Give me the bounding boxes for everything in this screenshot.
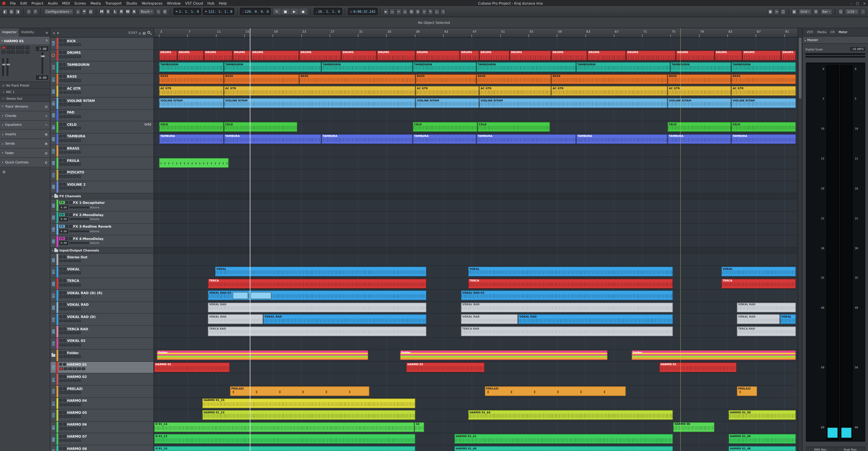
clip-drums[interactable]: DRUMS xyxy=(742,50,781,60)
track-mini-button[interactable] xyxy=(68,379,72,382)
more-options-icon[interactable]: ⋮ xyxy=(860,8,866,15)
clip-vokal-rad[interactable]: VOKAL RAD xyxy=(263,314,426,325)
track-mini-button[interactable] xyxy=(68,367,72,370)
track-mini-button[interactable] xyxy=(82,367,85,370)
track-mini-button[interactable] xyxy=(77,356,81,358)
track-mini-button[interactable] xyxy=(72,379,76,382)
left-zone-toggle-icon[interactable]: ◧ xyxy=(2,8,8,15)
track-mini-button[interactable] xyxy=(59,115,63,118)
mute-button[interactable] xyxy=(59,351,62,354)
track-mini-button[interactable] xyxy=(77,295,81,298)
track-mini-button[interactable] xyxy=(68,343,72,346)
lane-kick[interactable] xyxy=(154,38,798,50)
solo-defeat-button[interactable]: S xyxy=(105,8,111,15)
track-row-tambourin[interactable]: TAMBOURIN xyxy=(50,61,153,74)
track-mini-button[interactable] xyxy=(64,343,67,346)
right-zone-toggle-icon[interactable]: ◨ xyxy=(15,8,21,15)
track-mini-button[interactable] xyxy=(72,79,76,82)
clip-tambourin[interactable]: TAMBOURIN xyxy=(159,62,224,72)
history-icon[interactable]: ↺ xyxy=(32,8,38,15)
track-mini-button[interactable] xyxy=(77,272,81,275)
clip-harmo-01-40[interactable]: HARMO 01_40 xyxy=(454,446,673,451)
glue-tool[interactable]: ⊔ xyxy=(402,8,408,15)
menu-item-file[interactable]: File xyxy=(8,0,18,6)
inspector-section-track-versions[interactable]: ▸Track Versions▤ xyxy=(0,102,50,111)
track-mini-button[interactable] xyxy=(77,103,81,106)
record-arm-button[interactable] xyxy=(59,367,63,370)
solo-button[interactable] xyxy=(63,159,66,161)
track-mini-button[interactable] xyxy=(77,331,81,334)
track-mini-button[interactable] xyxy=(77,439,81,442)
track-row-vokal-rad[interactable]: VOKAL RAD xyxy=(50,302,153,314)
clip-terca[interactable]: TERCA xyxy=(721,279,796,288)
solo-button[interactable] xyxy=(63,99,66,102)
solo-button[interactable] xyxy=(63,447,66,450)
track-row-vokal[interactable]: VOKAL xyxy=(50,266,153,278)
inspector-routing-mic-1[interactable]: →MIC 1 xyxy=(0,89,50,95)
clip-14[interactable]: 14 xyxy=(414,422,424,432)
lane-input-output-channels[interactable] xyxy=(154,248,798,254)
solo-button[interactable] xyxy=(63,267,66,270)
track-mini-button[interactable] xyxy=(77,91,81,94)
mute-button[interactable] xyxy=(59,39,62,42)
solo-button[interactable] xyxy=(69,201,72,204)
track-mini-button[interactable] xyxy=(68,356,72,358)
mute-button[interactable] xyxy=(59,111,62,113)
clip-terca-rad[interactable]: TERCA RAD xyxy=(737,327,796,336)
solo-button[interactable] xyxy=(69,225,72,228)
mute-button[interactable] xyxy=(59,315,62,318)
clip-vokal-rad[interactable]: VOKAL RAD xyxy=(208,302,427,312)
track-row-violine-2[interactable]: VIOLINE 2 xyxy=(50,181,153,193)
track-mini-button[interactable] xyxy=(64,67,67,70)
track-row-ac-gtr[interactable]: AC GTR xyxy=(50,86,153,97)
clip-vokal-rad[interactable]: VOKAL RAD xyxy=(461,302,673,312)
mute-button[interactable] xyxy=(59,51,62,54)
clip-drums[interactable]: DRUMS xyxy=(204,50,233,60)
clip-frula[interactable] xyxy=(159,158,229,168)
track-mini-button[interactable] xyxy=(72,331,76,334)
track-row-pizicato[interactable]: PIZICATO xyxy=(50,169,153,181)
inspector-menu-icon[interactable]: ≡ xyxy=(44,30,50,34)
position-display[interactable]: ♩16. 1. 1. 0 xyxy=(313,8,342,15)
clip-celo[interactable]: CELO xyxy=(731,122,796,132)
clip-drums[interactable]: DRUMS xyxy=(415,50,460,60)
track-mini-button[interactable] xyxy=(59,139,63,142)
track-mini-button[interactable] xyxy=(64,272,67,275)
clip-bass[interactable]: BASS xyxy=(299,74,415,84)
quantize-icon[interactable]: Q xyxy=(838,8,843,15)
track-row-terca-rad[interactable]: TERCA RAD xyxy=(50,326,153,338)
track-mini-button[interactable] xyxy=(64,44,67,46)
track-mini-button[interactable] xyxy=(72,295,76,298)
track-mini-button[interactable] xyxy=(64,115,67,118)
track-mini-button[interactable] xyxy=(72,319,76,322)
solo-button[interactable] xyxy=(63,75,66,78)
volume-value[interactable]: 0.00 xyxy=(59,205,68,209)
track-mini-button[interactable] xyxy=(64,127,67,130)
clip-harmo-01-23[interactable]: HARMO 01_23 xyxy=(202,410,415,420)
clip-celo[interactable]: CELO xyxy=(412,122,477,132)
clip-ac-gtr[interactable]: AC GTR xyxy=(159,86,224,96)
track-mini-button[interactable] xyxy=(59,403,63,406)
lane-vokal-rad[interactable]: VOKAL RADVOKAL RADVOKAL RAD xyxy=(154,302,798,314)
clip-vokal-rad[interactable]: VOKAL RAD xyxy=(461,314,518,325)
clip-drums[interactable]: DRUMS xyxy=(341,50,376,60)
mute-button[interactable] xyxy=(59,435,62,438)
track-row-input-output-channels[interactable]: ▾Input/Output Channels xyxy=(50,248,153,254)
color-menu-icon[interactable]: ▦ xyxy=(791,8,797,15)
lane-fx-2-monodelay[interactable] xyxy=(154,212,798,224)
lane-fx-3-redline-reverb[interactable] xyxy=(154,224,798,235)
clip-violine-ritam[interactable]: VIOLINE RITAM xyxy=(159,98,224,108)
track-filter-icon[interactable]: ▾ xyxy=(57,31,59,34)
track-mini-button[interactable] xyxy=(68,139,72,142)
track-mini-button[interactable] xyxy=(72,284,76,286)
mute-button[interactable] xyxy=(59,75,62,78)
record-button[interactable]: ● xyxy=(299,8,308,15)
track-row-terca[interactable]: TERCA xyxy=(50,278,153,290)
track-mini-button[interactable] xyxy=(68,415,72,418)
lane-pad[interactable] xyxy=(154,109,798,121)
track-mini-button[interactable] xyxy=(64,427,67,430)
track-mini-button[interactable] xyxy=(64,139,67,142)
clip-vokal[interactable]: VOKAL xyxy=(721,266,796,277)
track-mini-button[interactable] xyxy=(72,44,76,46)
track-row-fx-2-monodelay[interactable]: FXFX 2-MonoDelay0.00Volume xyxy=(50,212,153,224)
